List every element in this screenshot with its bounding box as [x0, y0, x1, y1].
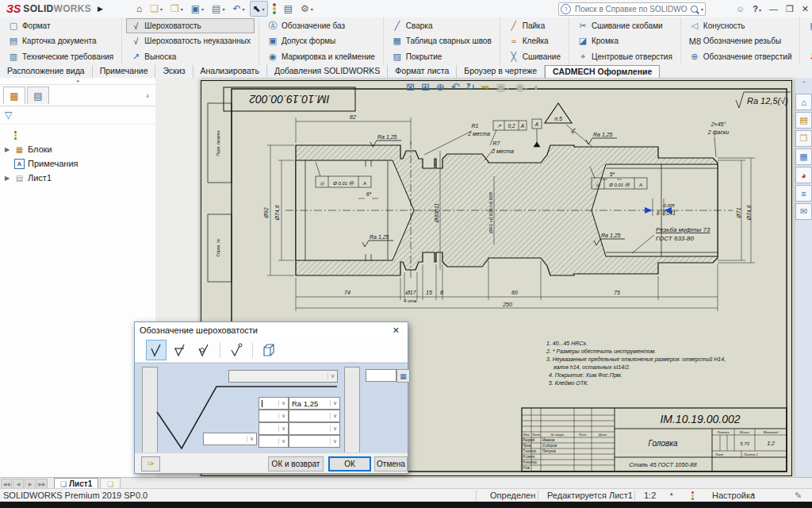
open-icon[interactable]: ❐▾ — [167, 1, 186, 17]
tab-evaluate[interactable]: Анализировать — [193, 65, 267, 78]
redraw-icon[interactable]: ↻ — [466, 81, 475, 93]
tab-drawing-browser[interactable]: Броузер в чертеже — [457, 65, 545, 78]
roughness-machining-prohibited-icon[interactable] — [193, 340, 214, 360]
sheet-tab[interactable]: ❏ Лист1 — [54, 478, 98, 489]
panel-grip[interactable]: ● — [0, 78, 155, 85]
ribbon-gluing[interactable]: ≈Клейка — [504, 33, 565, 48]
value-combo-2[interactable]: ∨ — [289, 410, 340, 422]
ribbon-thread-designation[interactable]: M8Обозначение резьбы — [685, 33, 796, 48]
ribbon-table[interactable]: ▦Таблица — [804, 18, 812, 33]
brush-icon[interactable]: ✑ — [141, 456, 160, 471]
tree-item-blocks[interactable]: ▶▦Блоки — [0, 142, 155, 156]
zoom-icon[interactable]: ⊕ — [436, 81, 445, 93]
ribbon-format[interactable]: ▢Формат — [4, 18, 117, 33]
roughness-machining-required-icon[interactable] — [170, 340, 190, 360]
picture-button[interactable]: ▦ — [396, 369, 410, 383]
options-icon[interactable]: ⚙▾ — [297, 1, 316, 17]
search-input[interactable] — [573, 4, 689, 14]
status-scale[interactable]: 1:2 — [644, 491, 656, 500]
restore-button[interactable]: ❐ — [786, 4, 794, 14]
previous-view-icon[interactable]: ↶ — [451, 81, 460, 93]
ribbon-taper[interactable]: ◁Конусность — [685, 18, 796, 33]
tree-item-sheet1[interactable]: ▶▤Лист1 — [0, 171, 155, 185]
home-icon[interactable]: ⌂ — [133, 1, 145, 17]
task-pane-collapse-icon[interactable]: ⌃ — [795, 78, 812, 90]
roughness-param-combo[interactable]: ∨ — [259, 397, 289, 410]
forum-icon[interactable]: ✉ — [795, 203, 812, 220]
dialog-titlebar[interactable]: Обозначение шероховатости ✕ — [135, 322, 408, 338]
ribbon-import-from-model[interactable]: ⇓Импорт с модели — [804, 33, 812, 48]
tree-item-annotations[interactable]: AПримечания — [0, 156, 155, 171]
tab-cadmech[interactable]: CADMECH Оформление — [545, 65, 660, 78]
ribbon-datum-designation[interactable]: ⒶОбозначение баз — [263, 18, 379, 33]
value-combo-4[interactable]: ∨ — [289, 435, 340, 448]
tab-addins[interactable]: Добавления SOLIDWORKS — [267, 65, 388, 78]
property-manager-tab[interactable]: ▤ — [27, 87, 49, 104]
evaluate-icon[interactable]: ▤ — [281, 1, 296, 17]
scale-dropdown-icon[interactable]: ▴ — [670, 491, 673, 497]
section-view-icon[interactable]: ➥ — [481, 81, 490, 93]
roughness-value-combo[interactable]: Ra 1,25∨ — [289, 397, 340, 410]
traffic-light-icon[interactable] — [691, 491, 694, 500]
print-icon[interactable]: ▤▾ — [209, 1, 228, 17]
ribbon-staple-stitching[interactable]: ✂Сшивание скобами — [573, 18, 676, 33]
select-icon[interactable]: ⬉▾ — [250, 1, 268, 17]
new-document-icon[interactable]: ❏▾ — [147, 1, 166, 17]
search-dropdown-icon[interactable]: ▾ — [701, 6, 703, 12]
drawing-root-item[interactable] — [0, 128, 155, 142]
ok-button[interactable]: ОК — [328, 456, 371, 471]
ribbon-edge[interactable]: ◪Кромка — [573, 33, 676, 48]
tab-annotation[interactable]: Примечание — [93, 65, 156, 78]
status-settings[interactable]: Настройка — [712, 491, 755, 500]
home-icon[interactable]: ⌂ — [795, 94, 812, 110]
ribbon-technical-requirements[interactable]: ▥Технические требования — [4, 49, 117, 64]
ribbon-form-tolerance[interactable]: ▣Допуск формы — [263, 33, 379, 48]
close-button[interactable]: ✕ — [802, 4, 809, 14]
minimize-button[interactable]: — — [769, 4, 778, 13]
first-sheet-icon[interactable]: ◀◀ — [1, 479, 12, 489]
ribbon-soldering[interactable]: ╱Пайка — [504, 18, 565, 33]
param-combo-2[interactable]: ∨ — [259, 410, 289, 422]
user-icon[interactable]: ☺ — [736, 4, 745, 13]
angle-field[interactable] — [366, 369, 396, 382]
view-palette-icon[interactable]: ▦ — [795, 148, 812, 165]
design-library-icon[interactable]: ▤ — [795, 112, 812, 129]
last-sheet-icon[interactable]: ▶▶ — [36, 479, 48, 489]
ribbon-document-card[interactable]: ▤Карточка документа — [4, 33, 117, 48]
help-button[interactable]: ?▾ — [753, 4, 761, 13]
tab-view-layout[interactable]: Расположение вида — [0, 65, 93, 78]
symbol-type-combo[interactable]: ∨ — [228, 370, 338, 383]
method-combo[interactable]: ∨ — [203, 433, 257, 445]
ribbon-stitching[interactable]: ╳Сшивание — [504, 49, 565, 64]
cancel-button[interactable]: Отмена — [374, 456, 408, 471]
help-search[interactable]: ? ▾ — [558, 2, 706, 16]
ribbon-hole-designation[interactable]: ⊕Обозначение отверстий — [685, 49, 796, 64]
save-icon[interactable]: ▣▾ — [188, 1, 207, 17]
ribbon-marking-stamping[interactable]: ◉Маркировка и клеймение — [263, 49, 379, 64]
undo-icon[interactable]: ↶▾ — [229, 1, 247, 17]
param-combo-3[interactable]: ∨ — [259, 422, 289, 435]
next-sheet-icon[interactable]: ▶ — [25, 479, 36, 489]
close-icon[interactable]: ✕ — [389, 325, 403, 336]
custom-properties-icon[interactable]: ≡ — [795, 185, 812, 202]
file-explorer-icon[interactable]: ❐ — [795, 130, 812, 147]
roughness-with-leader-icon[interactable] — [226, 340, 247, 360]
edit-sheet-icon[interactable]: ✎ — [795, 491, 802, 501]
value-combo-3[interactable]: ∨ — [289, 422, 340, 435]
ribbon-center-holes[interactable]: ⌖Центровые отверстия — [573, 49, 676, 64]
traffic-light-icon[interactable] — [270, 1, 279, 17]
param-combo-4[interactable]: ∨ — [259, 435, 289, 448]
menu-flyout-icon[interactable]: ▶ — [98, 5, 103, 13]
add-sheet-tab[interactable]: ❏ — [100, 478, 121, 489]
ribbon-roughness[interactable]: √Шероховатость — [126, 18, 255, 33]
appearances-icon[interactable]: ◕ — [795, 167, 812, 183]
zoom-area-icon[interactable]: ⊞ — [421, 81, 430, 93]
ribbon-welding[interactable]: ╱Сварка — [388, 18, 496, 33]
feature-tree-tab[interactable]: ▩ — [3, 87, 25, 104]
roughness-basic-icon[interactable] — [146, 340, 167, 360]
ribbon-weld-table[interactable]: ▦Таблица сварных швов — [388, 33, 496, 48]
ribbon-coating[interactable]: ▨Покрытие — [388, 49, 496, 64]
search-icon[interactable] — [691, 6, 698, 13]
tab-sketch[interactable]: Эскиз — [155, 65, 193, 78]
ribbon-leader-note[interactable]: ↗Выноска — [126, 49, 255, 64]
